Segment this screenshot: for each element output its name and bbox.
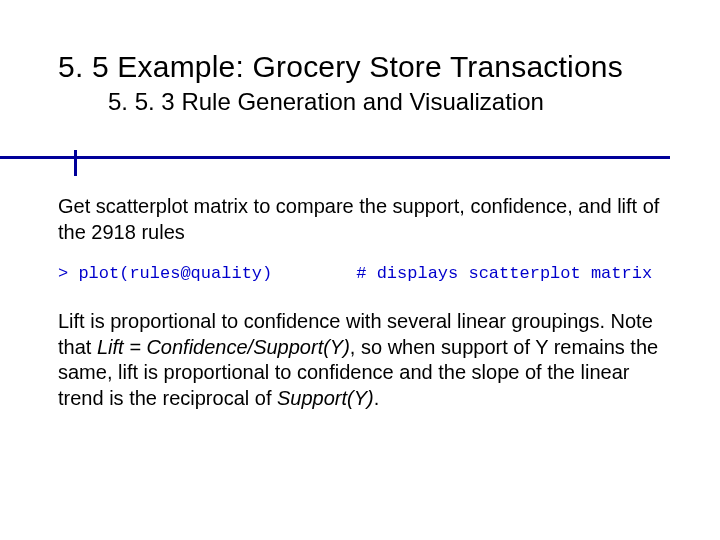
slide-body: Get scatterplot matrix to compare the su…	[58, 194, 670, 411]
text-run: .	[374, 387, 380, 409]
divider-vertical	[74, 150, 77, 176]
formula-lift: Lift = Confidence/Support(Y)	[97, 336, 350, 358]
slide-subtitle: 5. 5. 3 Rule Generation and Visualizatio…	[58, 88, 670, 116]
slide: 5. 5 Example: Grocery Store Transactions…	[0, 0, 720, 540]
divider-horizontal	[0, 156, 670, 159]
term-support-y: Support(Y)	[277, 387, 374, 409]
code-block: > plot(rules@quality) # displays scatter…	[58, 263, 670, 285]
code-comment: # displays scatterplot matrix	[356, 263, 652, 285]
paragraph-explain: Lift is proportional to confidence with …	[58, 309, 670, 411]
slide-title: 5. 5 Example: Grocery Store Transactions	[58, 50, 670, 84]
title-block: 5. 5 Example: Grocery Store Transactions…	[58, 50, 670, 116]
code-call: plot(rules@quality)	[78, 264, 272, 283]
code-prompt: >	[58, 264, 78, 283]
paragraph-intro: Get scatterplot matrix to compare the su…	[58, 194, 670, 245]
code-line: > plot(rules@quality)	[58, 263, 272, 285]
